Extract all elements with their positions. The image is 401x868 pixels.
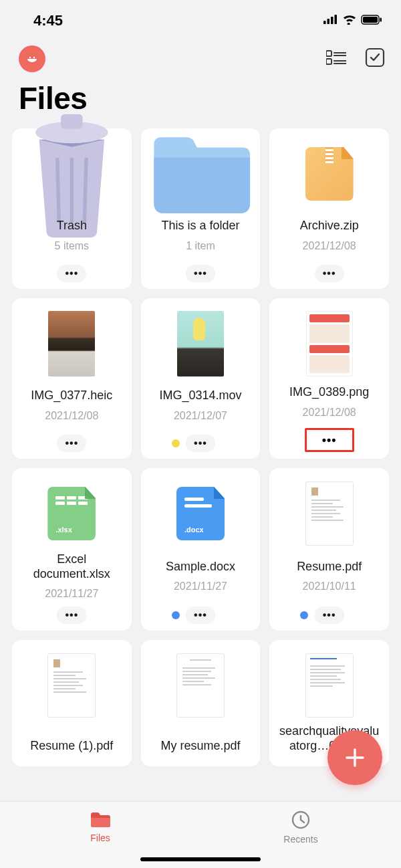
file-name: Archive.zip	[297, 219, 362, 233]
file-meta: 5 items	[54, 240, 90, 252]
file-name: My resume.pdf	[158, 739, 243, 754]
svg-line-18	[57, 158, 59, 223]
file-name: Sample.docx	[163, 560, 238, 574]
file-grid: Trash 5 items ••• This is a folder 1 ite…	[0, 128, 401, 766]
more-button[interactable]: •••	[57, 607, 86, 624]
status-dot	[300, 611, 308, 619]
wifi-icon	[342, 14, 357, 27]
app-logo[interactable]	[19, 45, 45, 72]
add-button[interactable]	[327, 730, 382, 785]
more-button[interactable]: •••	[57, 265, 86, 282]
file-meta: 2021/12/07	[156, 410, 244, 422]
pdf-thumbnail	[305, 481, 354, 546]
file-card[interactable]: .docx Sample.docx 2021/11/27 •••	[141, 468, 261, 631]
svg-rect-6	[380, 17, 382, 21]
zip-icon	[305, 147, 354, 201]
file-name: IMG_0314.mov	[156, 389, 244, 403]
file-card[interactable]: Archive.zip 2021/12/08 •••	[269, 128, 389, 289]
file-card[interactable]: IMG_0377.heic 2021/12/08 •••	[12, 298, 132, 459]
battery-icon	[361, 15, 382, 27]
file-meta: 2021/11/27	[17, 588, 126, 600]
file-name: Resume.pdf	[294, 560, 364, 574]
svg-line-20	[84, 158, 86, 223]
tab-bar: Files Recents	[0, 801, 401, 868]
more-button[interactable]: •••	[315, 607, 344, 624]
file-name: Trash	[54, 219, 90, 233]
file-meta: 2021/12/08	[28, 410, 115, 422]
docx-icon: .docx	[176, 487, 225, 540]
svg-rect-3	[335, 15, 338, 24]
file-name: IMG_0389.png	[287, 385, 372, 400]
file-meta: 2021/12/08	[297, 240, 362, 252]
more-button[interactable]: •••	[57, 435, 86, 452]
pdf-thumbnail	[47, 653, 96, 718]
tab-label: Files	[90, 833, 110, 843]
app-header	[0, 37, 401, 78]
file-meta: 2021/10/11	[294, 580, 364, 592]
list-view-icon[interactable]	[326, 49, 346, 68]
home-indicator[interactable]	[140, 857, 261, 861]
clock-icon	[291, 810, 311, 833]
more-button-highlighted[interactable]: •••	[305, 428, 354, 452]
file-card[interactable]: My resume.pdf	[141, 640, 261, 766]
file-card[interactable]: Resume.pdf 2021/10/11 •••	[269, 468, 389, 631]
svg-rect-9	[326, 51, 331, 56]
svg-rect-10	[326, 59, 331, 64]
status-dot	[172, 439, 180, 447]
svg-point-7	[29, 57, 31, 58]
svg-rect-2	[331, 17, 333, 24]
file-name: Excel document.xlsx	[17, 552, 126, 581]
cellular-icon	[323, 15, 338, 27]
image-thumbnail	[306, 311, 353, 376]
tab-label: Recents	[283, 834, 317, 845]
pdf-thumbnail	[176, 653, 225, 718]
folder-icon	[89, 810, 112, 831]
file-card[interactable]: Resume (1).pdf	[12, 640, 132, 766]
file-meta: 1 item	[158, 240, 242, 252]
status-dot	[172, 611, 180, 619]
svg-point-8	[33, 57, 35, 58]
file-card[interactable]: IMG_0389.png 2021/12/08 •••	[269, 298, 389, 459]
folder-icon	[146, 140, 255, 207]
more-button[interactable]: •••	[186, 265, 215, 282]
video-thumbnail	[177, 311, 224, 376]
more-button[interactable]: •••	[315, 265, 344, 282]
file-name: Resume (1).pdf	[27, 739, 116, 754]
more-button[interactable]: •••	[186, 435, 215, 452]
file-meta: 2021/11/27	[163, 580, 238, 592]
excel-icon: .xlsx	[47, 487, 96, 540]
select-icon[interactable]	[365, 47, 385, 70]
file-meta: 2021/12/08	[287, 407, 372, 419]
status-time: 4:45	[33, 12, 63, 29]
svg-rect-17	[61, 114, 83, 129]
file-name: IMG_0377.heic	[28, 389, 115, 403]
file-card[interactable]: .xlsx Excel document.xlsx 2021/11/27 •••	[12, 468, 132, 631]
pdf-thumbnail	[305, 653, 354, 718]
file-card[interactable]: This is a folder 1 item •••	[141, 128, 261, 289]
svg-rect-0	[323, 21, 326, 24]
status-indicators	[323, 14, 382, 27]
file-card[interactable]: Trash 5 items •••	[12, 128, 132, 289]
file-name: This is a folder	[158, 219, 242, 233]
svg-rect-1	[327, 19, 330, 24]
image-thumbnail	[48, 311, 95, 376]
file-card[interactable]: IMG_0314.mov 2021/12/07 •••	[141, 298, 261, 459]
more-button[interactable]: •••	[186, 607, 215, 624]
trash-icon	[17, 140, 126, 207]
status-bar: 4:45	[0, 0, 401, 37]
svg-rect-5	[363, 17, 378, 23]
